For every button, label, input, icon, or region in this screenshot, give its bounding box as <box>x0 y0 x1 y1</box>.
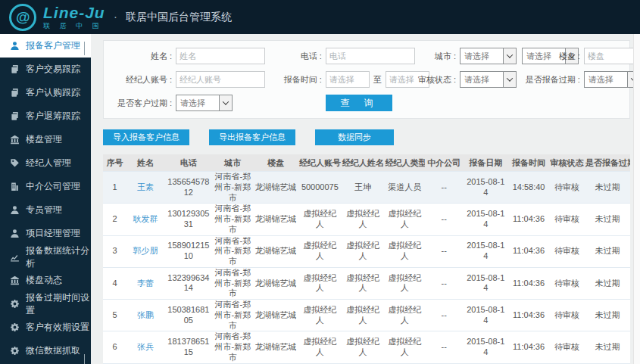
table-cell: 龙湖锦艺城 <box>253 331 298 363</box>
import-report-customers-button[interactable]: 导入报备客户信息 <box>103 129 189 145</box>
column-header: 是否报备过期 <box>585 154 630 172</box>
table-cell: 4 <box>103 267 126 299</box>
table-cell: 未过期 <box>585 300 630 331</box>
table-row: 6张兵18137865115河南省-郑州市-新郑市龙湖锦艺城虚拟经纪人虚拟经纪人… <box>103 331 630 363</box>
sidebar-item-label: 报备数据统计分析 <box>26 244 91 270</box>
table-row: 4李蕾13239963414河南省-郑州市-新郑市龙湖锦艺城虚拟经纪人虚拟经纪人… <box>103 267 630 299</box>
sidebar-item-report-data-statistics[interactable]: 报备数据统计分析 <box>0 245 91 269</box>
track-icon <box>10 64 20 74</box>
sidebar-item-specialist-management[interactable]: 专员管理 <box>0 198 91 222</box>
name-input[interactable] <box>176 48 265 64</box>
select-value: 请选择 <box>460 51 503 62</box>
sidebar-item-customer-subscription-tracking[interactable]: 客户认购跟踪 <box>0 81 91 104</box>
column-header: 报备时间 <box>508 154 549 172</box>
agent-account-field: 经纪人账号 : <box>108 71 258 88</box>
table-cell: 待审核 <box>549 331 585 363</box>
table-cell: 13239963414 <box>164 267 212 299</box>
customer-name-link[interactable]: 郭少朋 <box>126 235 164 267</box>
table-cell: 2015-08-14 <box>463 331 508 363</box>
sidebar-item-property-news[interactable]: 楼盘动态 <box>0 269 91 292</box>
table-cell: 王坤 <box>342 172 385 204</box>
customer-name-link[interactable]: 李蕾 <box>126 267 164 299</box>
column-header: 电话 <box>164 154 212 172</box>
select-value: 请选择 <box>176 98 219 109</box>
property-input[interactable] <box>584 48 633 64</box>
table-cell: 虚拟经纪人 <box>384 331 425 363</box>
table-cell: 待审核 <box>549 172 585 204</box>
sidebar-item-customer-refund-tracking[interactable]: 客户退筹跟踪 <box>0 104 91 128</box>
table-cell: 河南省-郑州市-新郑市 <box>212 300 253 331</box>
sidebar-item-label: 客户有效期设置 <box>26 321 89 334</box>
sidebar-item-report-expiry-time-settings[interactable]: 报备过期时间设置 <box>0 292 91 316</box>
table-cell: 龙湖锦艺城 <box>253 300 298 331</box>
customer-expired-field: 是否客户过期 :请选择 <box>108 95 258 111</box>
report-time-joiner-label: 至 <box>373 74 382 86</box>
report-time-start-input[interactable] <box>326 71 370 88</box>
table-cell: 河南省-郑州市-新郑市 <box>212 267 253 299</box>
report-expired-select[interactable]: 请选择 <box>584 71 633 88</box>
name-label: 姓名 : <box>108 51 172 62</box>
table-cell: 河南省-郑州市-新郑市 <box>212 331 253 363</box>
table-cell: 待审核 <box>549 235 585 267</box>
table-cell: 虚拟经纪人 <box>384 300 425 331</box>
logo: Line-Ju 联 居 中 国 <box>43 5 105 30</box>
sidebar-item-customer-transaction-tracking[interactable]: 客户交易跟踪 <box>0 58 91 81</box>
header-separator: · <box>114 11 117 24</box>
agent-account-input[interactable] <box>176 71 265 88</box>
track-icon <box>10 88 20 98</box>
sidebar-scroll-down-icon[interactable] <box>84 354 89 359</box>
data-sync-button[interactable]: 数据同步 <box>315 129 394 145</box>
table-cell: -- <box>425 235 463 267</box>
table-row: 3郭少朋15890121510河南省-郑州市-新郑市龙湖锦艺城虚拟经纪人虚拟经纪… <box>103 235 630 267</box>
table-cell: 11:04:36 <box>508 267 549 299</box>
report-time-field: 报备时间 :至 <box>258 71 392 88</box>
sidebar-item-report-customer-management[interactable]: 报备客户管理 <box>0 34 91 58</box>
table-cell: 2 <box>103 204 126 235</box>
sidebar-item-agency-company-management[interactable]: 中介公司管理 <box>0 175 91 198</box>
sidebar-item-project-manager-management[interactable]: 项目经理管理 <box>0 222 91 245</box>
select-arrow-button <box>627 72 633 87</box>
table-cell: 2015-08-14 <box>463 300 508 331</box>
sidebar-item-customer-validity-settings[interactable]: 客户有效期设置 <box>0 316 91 339</box>
query-button[interactable]: 查 询 <box>326 95 392 111</box>
table-cell: 5 <box>103 300 126 331</box>
page-scrollbar[interactable] <box>633 34 640 364</box>
customer-expired-label: 是否客户过期 : <box>108 98 172 109</box>
table-cell: 虚拟经纪人 <box>384 267 425 299</box>
select-arrow-button <box>503 72 516 87</box>
table-cell: 50000075 <box>298 172 342 204</box>
sidebar-item-label: 客户认购跟踪 <box>26 86 80 99</box>
sidebar-scroll-up-icon[interactable] <box>84 42 89 47</box>
table-cell: 虚拟经纪人 <box>342 235 385 267</box>
chevron-down-icon <box>507 51 513 58</box>
table-cell: 虚拟经纪人 <box>342 267 385 299</box>
customer-name-link[interactable]: 张兵 <box>126 331 164 363</box>
chart-icon <box>10 252 20 262</box>
table-cell: 18137865115 <box>164 331 212 363</box>
table-cell: 河南省-郑州市-新郑市 <box>212 204 253 235</box>
customer-name-link[interactable]: 张鹏 <box>126 300 164 331</box>
table-cell: 未过期 <box>585 235 630 267</box>
table-cell: 13012930531 <box>164 204 212 235</box>
table-cell: 2015-08-14 <box>463 267 508 299</box>
table-cell: 虚拟经纪人 <box>298 204 342 235</box>
gear-icon <box>10 322 20 332</box>
sidebar-item-property-management[interactable]: 楼盘管理 <box>0 128 91 151</box>
table-cell: 虚拟经纪人 <box>298 331 342 363</box>
table-cell: 14:58:40 <box>508 172 549 204</box>
customer-name-link[interactable]: 王素 <box>126 172 164 204</box>
sidebar-item-agent-management[interactable]: 经纪人管理 <box>0 151 91 175</box>
sidebar-item-wechat-data-capture[interactable]: 微信数据抓取 <box>0 339 91 362</box>
table-header: 序号姓名电话城市楼盘经纪人账号经纪人姓名经纪人类型中介公司报备日期报备时间审核状… <box>103 154 630 172</box>
customer-name-link[interactable]: 耿发群 <box>126 204 164 235</box>
table-cell: -- <box>425 267 463 299</box>
city-province-select[interactable]: 请选择 <box>460 48 517 64</box>
export-report-customers-button[interactable]: 导出报备客户信息 <box>209 129 295 145</box>
report-expired-field: 是否报备过期 :请选择 <box>517 71 625 88</box>
audit-status-select[interactable]: 请选择 <box>460 71 517 88</box>
select-value: 请选择 <box>460 74 503 86</box>
customer-expired-select[interactable]: 请选择 <box>176 95 233 111</box>
table-cell: 未过期 <box>585 172 630 204</box>
table-cell: 虚拟经纪人 <box>342 204 385 235</box>
app-header: @ Line-Ju 联 居 中 国 · 联居中国后台管理系统 <box>0 0 640 34</box>
